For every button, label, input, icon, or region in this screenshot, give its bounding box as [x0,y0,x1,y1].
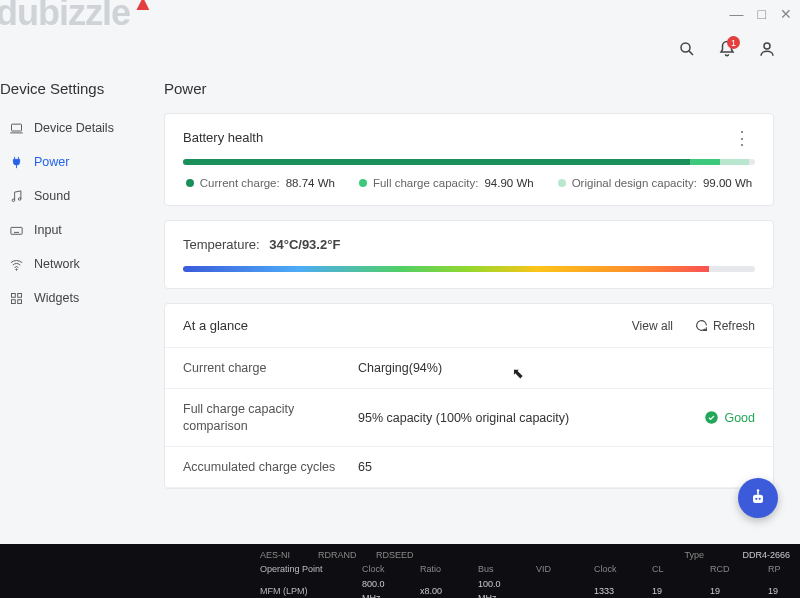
row-value: 95% capacity (100% original capacity) [358,411,704,425]
robot-icon [748,488,768,508]
bp-cell: AES-NI [260,548,302,562]
sidebar-item-label: Sound [34,189,70,203]
glance-title: At a glance [183,318,248,333]
glance-row: Current charge Charging(94%) [165,348,773,389]
refresh-icon [695,319,708,332]
bp-cell: Type [684,548,726,562]
refresh-button[interactable]: Refresh [695,319,755,333]
bp-cell: DDR4-2666 [742,548,790,562]
bp-cell: 100.0 MHz [478,577,520,598]
segment-current [183,159,690,165]
notifications-icon[interactable]: 1 [718,40,736,61]
bp-cell: Bus [478,562,520,576]
sidebar-item-power[interactable]: Power [0,145,150,179]
sidebar-item-network[interactable]: Network [0,247,150,281]
svg-rect-3 [11,124,21,131]
row-value: 65 [358,460,755,474]
bp-cell: CL [652,562,694,576]
account-icon[interactable] [758,40,776,61]
glance-row: Accumulated charge cycles 65 [165,447,773,488]
cursor-icon: ⬉ [512,365,524,381]
svg-line-1 [689,51,693,55]
grid-icon [8,290,24,306]
glance-row: Full charge capacity comparison 95% capa… [165,389,773,447]
at-a-glance-card: At a glance View all Refresh Current cha… [164,303,774,489]
svg-rect-7 [10,227,21,234]
battery-health-title: Battery health [183,130,263,145]
sidebar-item-sound[interactable]: Sound [0,179,150,213]
sidebar-item-input[interactable]: Input [0,213,150,247]
bp-cell: RDSEED [376,548,418,562]
more-options-icon[interactable]: ⋮ [729,132,755,144]
sidebar-item-label: Network [34,257,80,271]
close-button[interactable]: ✕ [780,6,792,22]
sidebar-title: Device Settings [0,80,150,111]
status-good: Good [704,410,755,425]
bp-cell: RCD [710,562,752,576]
bp-cell: Clock [594,562,636,576]
minimize-button[interactable]: — [730,6,744,22]
dot-icon [359,179,367,187]
row-label: Current charge [183,360,358,376]
dot-icon [186,179,194,187]
bp-cell: Clock [362,562,404,576]
diagnostic-panel: AES-NI RDRAND RDSEED Type DDR4-2666 Oper… [0,544,800,598]
wifi-icon [8,256,24,272]
bp-cell: 1333 [594,584,636,598]
temperature-bar [183,266,755,272]
page-title: Power [164,80,774,97]
main-content: Power Battery health ⋮ Current charge: 8… [150,70,800,598]
bp-cell: x8.00 [420,584,462,598]
note-icon [8,188,24,204]
svg-point-5 [12,199,15,202]
bp-cell: 800.0 MHz [362,577,404,598]
svg-point-2 [764,43,770,49]
bp-cell: Ratio [420,562,462,576]
legend-design: Original design capacity: 99.00 Wh [558,177,753,189]
sidebar-item-widgets[interactable]: Widgets [0,281,150,315]
battery-legend: Current charge: 88.74 Wh Full charge cap… [183,177,755,189]
temperature-value: 34°C/93.2°F [269,237,340,252]
svg-point-20 [759,498,761,500]
refresh-label: Refresh [713,319,755,333]
legend-current: Current charge: 88.74 Wh [186,177,335,189]
sidebar-item-label: Device Details [34,121,114,135]
bp-cell: 19 [768,584,800,598]
assistant-fab[interactable] [738,478,778,518]
row-label: Full charge capacity comparison [183,401,358,434]
battery-progress [183,159,755,165]
svg-point-22 [757,489,760,492]
maximize-button[interactable]: □ [758,6,766,22]
bp-label: Operating Point [260,562,346,576]
check-circle-icon [704,410,719,425]
svg-rect-15 [11,299,15,303]
legend-full: Full charge capacity: 94.90 Wh [359,177,534,189]
svg-point-0 [681,43,690,52]
sidebar-item-device-details[interactable]: Device Details [0,111,150,145]
window-controls: — □ ✕ [730,6,792,22]
bp-cell: VID [536,562,578,576]
search-icon[interactable] [678,40,696,61]
svg-rect-13 [11,293,15,297]
status-label: Good [724,411,755,425]
keyboard-icon [8,222,24,238]
sidebar-item-label: Input [34,223,62,237]
sidebar-item-label: Widgets [34,291,79,305]
svg-rect-16 [17,299,21,303]
topbar-icons: 1 [678,40,776,61]
notification-badge: 1 [727,36,740,49]
row-label: Accumulated charge cycles [183,459,358,475]
battery-health-card: Battery health ⋮ Current charge: 88.74 W… [164,113,774,206]
svg-point-19 [755,498,757,500]
plug-icon [8,154,24,170]
svg-rect-18 [753,495,763,503]
sidebar-item-label: Power [34,155,69,169]
bp-cell: RDRAND [318,548,360,562]
svg-point-6 [18,197,21,200]
bp-label: MFM (LPM) [260,584,346,598]
view-all-link[interactable]: View all [632,319,673,333]
svg-point-17 [706,411,719,424]
segment-full [690,159,720,165]
segment-design [720,159,749,165]
bp-cell: RP [768,562,800,576]
